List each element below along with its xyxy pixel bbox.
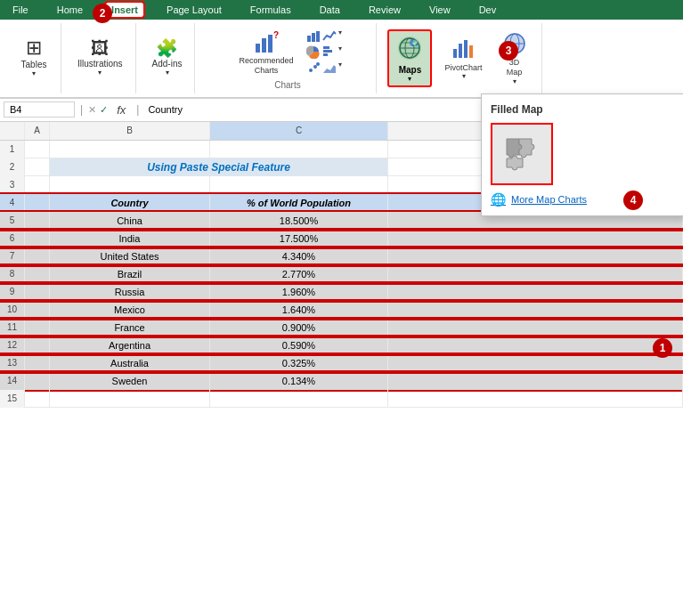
- maps-button[interactable]: 🌍 Maps ▾: [387, 29, 432, 87]
- cell-c15[interactable]: [210, 390, 388, 408]
- menu-dev[interactable]: Dev: [474, 3, 502, 17]
- line-chart-icon[interactable]: [322, 28, 337, 43]
- badge-4: 4: [623, 190, 643, 210]
- cell-a-10[interactable]: [25, 301, 50, 319]
- cell-a-6[interactable]: [25, 230, 50, 247]
- cell-country-8[interactable]: Brazil: [50, 265, 210, 283]
- cell-a-7[interactable]: [25, 247, 50, 265]
- filled-map-icon[interactable]: [491, 123, 553, 185]
- table-row: 12 Argentina 0.590%: [0, 336, 683, 354]
- col-header-b[interactable]: B: [50, 122, 210, 140]
- cell-pct-5[interactable]: 18.500%: [210, 212, 388, 230]
- cell-pct-14[interactable]: 0.134%: [210, 372, 388, 390]
- column-chart-icon[interactable]: [306, 28, 321, 43]
- chart-dropdown-2[interactable]: ▾: [338, 45, 342, 59]
- name-box[interactable]: [4, 101, 75, 118]
- col-header-a[interactable]: A: [25, 122, 50, 140]
- pivotchart-chevron: ▾: [462, 72, 466, 80]
- col-header-c[interactable]: C: [210, 122, 388, 140]
- chart-dropdown-3[interactable]: ▾: [338, 61, 342, 75]
- cell-b1[interactable]: [50, 141, 210, 158]
- illustrations-button[interactable]: 🖼 Illustrations ▾: [72, 36, 128, 79]
- formula-bar-x[interactable]: ✕: [88, 104, 96, 116]
- menu-file[interactable]: File: [7, 3, 34, 17]
- cell-b3[interactable]: [50, 176, 210, 194]
- bar-chart-icon[interactable]: [322, 45, 337, 59]
- tables-button[interactable]: ⊞ Tables ▾: [14, 36, 53, 80]
- cell-pct-6[interactable]: 17.500%: [210, 230, 388, 247]
- cell-a-14[interactable]: [25, 372, 50, 390]
- formula-bar-check[interactable]: ✓: [100, 104, 108, 116]
- row-num-5: 5: [0, 212, 25, 230]
- cell-country-9[interactable]: Russia: [50, 283, 210, 301]
- cell-pct-12[interactable]: 0.590%: [210, 336, 388, 354]
- cell-rest-7: [388, 247, 683, 265]
- svg-rect-5: [312, 33, 315, 42]
- svg-rect-24: [469, 45, 473, 58]
- scatter-chart-icon[interactable]: [306, 61, 321, 75]
- cell-a-9[interactable]: [25, 283, 50, 301]
- table-row: 11 France 0.900%: [0, 319, 683, 336]
- row-num-12: 12: [0, 336, 25, 354]
- cell-pct-7[interactable]: 4.340%: [210, 247, 388, 265]
- cell-a-12[interactable]: [25, 336, 50, 354]
- pie-chart-icon[interactable]: [306, 45, 321, 59]
- svg-text:🌍: 🌍: [411, 40, 419, 47]
- cell-a3[interactable]: [25, 176, 50, 194]
- title-cell[interactable]: Using Paste Special Feature: [50, 158, 388, 176]
- pivotchart-button[interactable]: PivotChart ▾: [439, 34, 487, 83]
- area-chart-icon[interactable]: [322, 61, 337, 75]
- cell-a4[interactable]: [25, 194, 50, 212]
- chart-types-column: ▾ ▾ ▾: [306, 27, 342, 75]
- row-num-2: 2: [0, 158, 25, 176]
- cell-b15[interactable]: [50, 390, 210, 408]
- cell-c1[interactable]: [210, 141, 388, 158]
- pivotchart-label: PivotChart: [444, 63, 482, 72]
- menu-home[interactable]: Home: [52, 3, 88, 17]
- ribbon-group-charts: ? RecommendedCharts ▾ ▾: [199, 23, 377, 93]
- cell-pct-11[interactable]: 0.900%: [210, 319, 388, 336]
- cell-a-8[interactable]: [25, 265, 50, 283]
- more-map-charts-link[interactable]: 🌐 More Map Charts: [491, 192, 676, 207]
- illustrations-icon: 🖼: [91, 39, 109, 57]
- svg-rect-8: [323, 50, 332, 53]
- svg-rect-22: [459, 44, 462, 58]
- row-num-4: 4: [0, 194, 25, 212]
- cell-a-13[interactable]: [25, 354, 50, 372]
- menu-review[interactable]: Review: [363, 3, 406, 17]
- cell-country-11[interactable]: France: [50, 319, 210, 336]
- tables-chevron: ▾: [32, 69, 36, 77]
- menu-formulas[interactable]: Formulas: [245, 3, 297, 17]
- cell-a-11[interactable]: [25, 319, 50, 336]
- cell-country-5[interactable]: China: [50, 212, 210, 230]
- svg-point-10: [309, 69, 313, 72]
- svg-rect-2: [268, 35, 272, 53]
- header-pct[interactable]: % of World Population: [210, 194, 388, 212]
- cell-country-7[interactable]: United States: [50, 247, 210, 265]
- chart-dropdown-1[interactable]: ▾: [338, 28, 342, 43]
- addins-button[interactable]: 🧩 Add-ins ▾: [147, 36, 188, 79]
- cell-c3[interactable]: [210, 176, 388, 194]
- cell-pct-9[interactable]: 1.960%: [210, 283, 388, 301]
- cell-rest-13: [388, 354, 683, 372]
- cell-pct-10[interactable]: 1.640%: [210, 301, 388, 319]
- cell-pct-8[interactable]: 2.770%: [210, 265, 388, 283]
- cell-a1[interactable]: [25, 141, 50, 158]
- recommended-charts-button[interactable]: ? RecommendedCharts: [233, 27, 298, 78]
- cell-pct-13[interactable]: 0.325%: [210, 354, 388, 372]
- menu-data[interactable]: Data: [314, 3, 346, 17]
- fx-symbol: fx: [111, 103, 131, 117]
- row-num-13: 13: [0, 354, 25, 372]
- menu-pagelayout[interactable]: Page Layout: [161, 3, 227, 17]
- cell-a2[interactable]: [25, 158, 50, 176]
- cell-a-5[interactable]: [25, 212, 50, 230]
- row-num-9: 9: [0, 283, 25, 301]
- cell-country-12[interactable]: Argentina: [50, 336, 210, 354]
- cell-a15[interactable]: [25, 390, 50, 408]
- cell-country-6[interactable]: India: [50, 230, 210, 247]
- header-country[interactable]: Country: [50, 194, 210, 212]
- cell-country-14[interactable]: Sweden: [50, 372, 210, 390]
- menu-view[interactable]: View: [424, 3, 456, 17]
- cell-country-13[interactable]: Australia: [50, 354, 210, 372]
- cell-country-10[interactable]: Mexico: [50, 301, 210, 319]
